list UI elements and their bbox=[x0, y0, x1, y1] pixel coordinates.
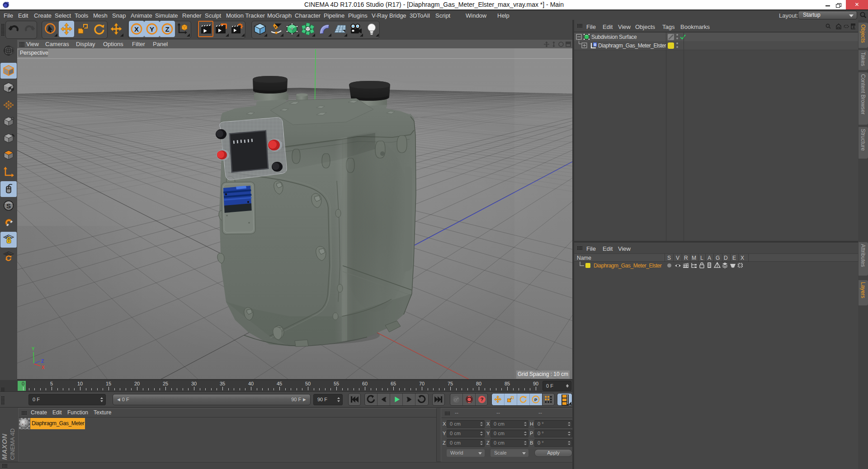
svg-text:X: X bbox=[134, 25, 139, 33]
svg-text:0: 0 bbox=[594, 42, 596, 47]
svg-text:X: X bbox=[42, 365, 45, 370]
svg-text:Y: Y bbox=[150, 25, 154, 33]
svg-text:Z: Z bbox=[165, 25, 169, 33]
svg-text:S: S bbox=[6, 202, 11, 210]
svg-text:P: P bbox=[534, 398, 537, 402]
svg-text:Y: Y bbox=[32, 347, 35, 352]
svg-text:Z: Z bbox=[41, 359, 44, 364]
svg-text:?: ? bbox=[480, 397, 483, 402]
